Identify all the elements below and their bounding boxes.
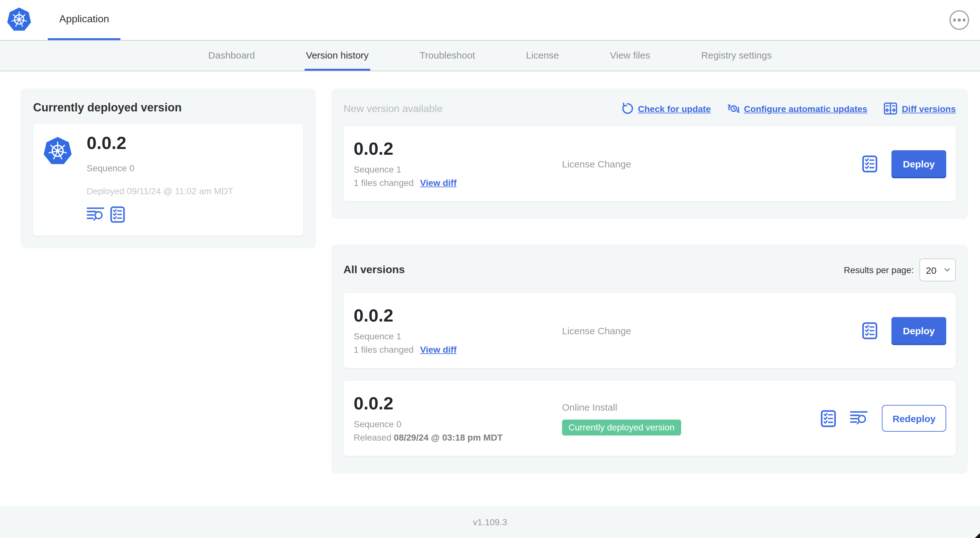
app-header: Application [0,0,980,40]
version-info-block: 0.0.2 Sequence 1 1 files changed View di… [354,306,562,355]
files-changed-line: 1 files changed View diff [354,345,562,355]
nav-tab-license[interactable]: License [525,41,560,71]
version-source: License Change [562,158,862,169]
all-versions-header: All versions Results per page: 20 [344,259,956,281]
current-version-actions [87,206,233,223]
view-config-icon[interactable] [862,322,877,339]
redeploy-button[interactable]: Redeploy [882,405,946,432]
configure-automatic-updates-link[interactable]: Configure automatic updates [727,103,867,114]
new-version-header: New version available Check for update [344,103,956,114]
view-config-icon[interactable] [821,410,836,427]
version-sequence: Sequence 0 [354,419,562,429]
version-source-block: License Change [562,325,862,336]
results-per-page-value: 20 [926,265,936,275]
version-source-block: Online Install Currently deployed versio… [562,402,821,435]
version-number: 0.0.2 [354,394,562,414]
released-line: Released 08/29/24 @ 03:18 pm MDT [354,433,562,443]
nav-tab-registry-settings[interactable]: Registry settings [700,41,773,71]
current-sequence: Sequence 0 [87,163,233,173]
nav-tab-version-history[interactable]: Version history [305,41,370,71]
results-per-page: Results per page: 20 [844,259,956,281]
version-info-block: 0.0.2 Sequence 1 1 files changed View di… [354,139,562,188]
version-row: 0.0.2 Sequence 0 Released 08/29/24 @ 03:… [344,381,956,456]
version-info-block: 0.0.2 Sequence 0 Released 08/29/24 @ 03:… [354,394,562,443]
version-sequence: Sequence 1 [354,165,562,175]
version-source-block: License Change [562,158,862,169]
version-source: License Change [562,325,862,336]
files-changed-line: 1 files changed View diff [354,178,562,188]
released-date: 08/29/24 @ 03:18 pm MDT [394,433,503,443]
nav-tab-troubleshoot[interactable]: Troubleshoot [418,41,476,71]
currently-deployed-badge: Currently deployed version [562,419,681,435]
current-deployed-timestamp: Deployed 09/11/24 @ 11:02 am MDT [87,186,233,196]
currently-deployed-inner-card: 0.0.2 Sequence 0 Deployed 09/11/24 @ 11:… [33,124,303,236]
results-per-page-label: Results per page: [844,265,914,275]
view-diff-link[interactable]: View diff [420,345,457,355]
current-version-number: 0.0.2 [87,134,233,154]
all-versions-title: All versions [344,263,405,276]
version-number: 0.0.2 [354,306,562,326]
application-tab-label: Application [59,13,109,25]
current-version-info: 0.0.2 Sequence 0 Deployed 09/11/24 @ 11:… [87,134,233,223]
version-actions-block: Redeploy [821,405,946,432]
version-actions-block: Deploy [862,150,946,177]
version-source: Online Install [562,402,821,412]
currently-deployed-title: Currently deployed version [33,101,303,114]
main-content: Currently deployed version [0,71,980,474]
version-number: 0.0.2 [354,139,562,159]
refresh-icon [621,103,633,114]
results-per-page-select[interactable]: 20 [920,259,956,281]
check-for-update-link[interactable]: Check for update [621,103,711,114]
diff-icon [884,103,897,114]
kots-admin-console: Application Dashboard Version history Tr… [0,0,980,538]
update-actions: Check for update Configure a [621,103,956,114]
view-config-icon[interactable] [862,155,877,172]
ellipsis-menu-icon[interactable] [950,10,969,30]
mouse-cursor [974,533,980,538]
version-row: 0.0.2 Sequence 1 1 files changed View di… [344,293,956,368]
released-label: Released [354,433,391,443]
version-sequence: Sequence 1 [354,332,562,341]
view-diff-link[interactable]: View diff [420,178,457,188]
diff-versions-link[interactable]: Diff versions [884,103,956,114]
console-version: v1.109.3 [473,517,507,527]
chevron-down-icon [944,268,950,272]
currently-deployed-card: Currently deployed version [21,89,316,248]
new-version-row: 0.0.2 Sequence 1 1 files changed View di… [344,126,956,201]
main-nav: Dashboard Version history Troubleshoot L… [0,40,980,71]
nav-tab-view-files[interactable]: View files [609,41,652,71]
view-logs-icon[interactable] [87,207,105,222]
view-config-icon[interactable] [110,206,125,223]
view-logs-icon[interactable] [850,411,868,426]
version-actions-block: Deploy [862,317,946,344]
nav-tab-dashboard[interactable]: Dashboard [207,41,256,71]
deploy-button[interactable]: Deploy [891,317,946,344]
files-changed-text: 1 files changed [354,345,414,355]
kubernetes-app-icon [43,136,73,166]
version-history-column: New version available Check for update [331,89,968,474]
app-footer: v1.109.3 [0,506,980,538]
deploy-button[interactable]: Deploy [891,150,946,177]
application-tab[interactable]: Application [48,0,121,40]
kubernetes-logo-icon [6,7,32,32]
all-versions-section: All versions Results per page: 20 [331,244,968,474]
new-version-section: New version available Check for update [331,89,968,219]
files-changed-text: 1 files changed [354,178,414,188]
new-version-title: New version available [344,103,442,114]
schedule-update-icon [727,103,740,114]
